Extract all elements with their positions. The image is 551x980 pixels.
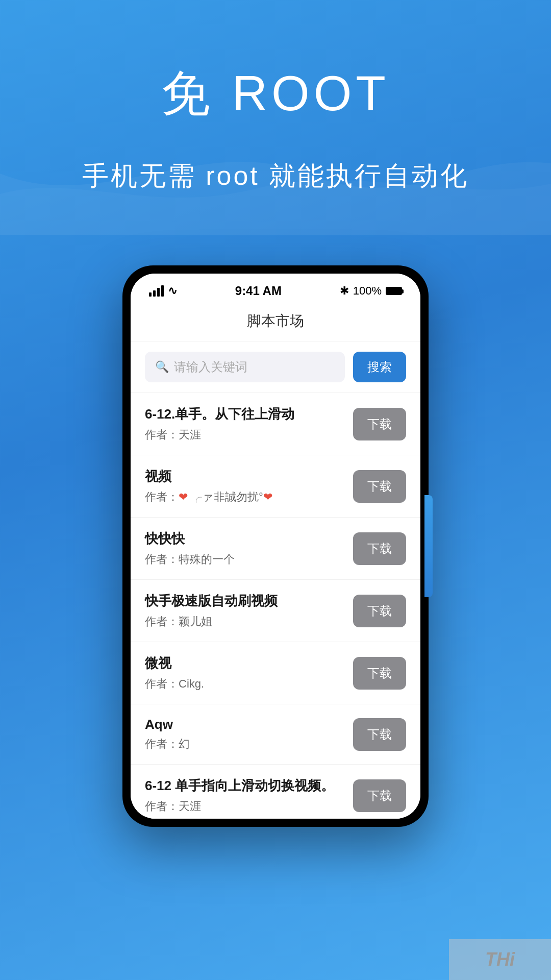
heart-icon-2: ❤ xyxy=(263,491,272,503)
script-info: 6-12.单手。从下往上滑动 作者：天涯 xyxy=(145,405,353,443)
battery-percent: 100% xyxy=(353,284,382,298)
download-button[interactable]: 下载 xyxy=(353,532,406,565)
list-item: 快手极速版自动刷视频 作者：颖儿姐 下载 xyxy=(131,580,420,642)
script-info: 6-12 单手指向上滑动切换视频。 作者：天涯 xyxy=(145,777,353,814)
script-info: 微视 作者：Cikg. xyxy=(145,654,353,692)
wifi-icon: ∿ xyxy=(168,284,177,298)
script-title: 视频 xyxy=(145,468,343,485)
script-title: 6-12 单手指向上滑动切换视频。 xyxy=(145,777,343,795)
list-item: 6-12.单手。从下往上滑动 作者：天涯 下载 xyxy=(131,393,420,455)
script-author: 作者：颖儿姐 xyxy=(145,614,343,629)
search-section[interactable]: 🔍 请输入关键词 搜索 xyxy=(131,341,420,393)
download-button[interactable]: 下载 xyxy=(353,657,406,690)
script-info: Aqw 作者：幻 xyxy=(145,717,353,752)
list-item: 视频 作者：❤ ╭ァ非誠勿扰°❤ 下载 xyxy=(131,455,420,518)
script-author: 作者：天涯 xyxy=(145,427,343,443)
search-icon: 🔍 xyxy=(155,360,169,374)
script-author: 作者：❤ ╭ァ非誠勿扰°❤ xyxy=(145,489,343,505)
status-bar: ∿ 9:41 AM ✱ 100% xyxy=(131,274,420,303)
list-item: 微视 作者：Cikg. 下载 xyxy=(131,642,420,704)
script-title: 快手极速版自动刷视频 xyxy=(145,592,343,610)
script-info: 快手极速版自动刷视频 作者：颖儿姐 xyxy=(145,592,353,629)
heart-icon: ❤ xyxy=(179,491,188,503)
phone-side-accent xyxy=(424,495,433,597)
script-title: 微视 xyxy=(145,654,343,672)
status-left: ∿ xyxy=(149,284,177,298)
search-placeholder: 请输入关键词 xyxy=(174,359,247,375)
script-author: 作者：Cikg. xyxy=(145,676,343,692)
phone-container: ∿ 9:41 AM ✱ 100% 脚本市场 🔍 请输入关 xyxy=(0,265,551,827)
app-header: 脚本市场 xyxy=(131,303,420,341)
script-author: 作者：幻 xyxy=(145,737,343,752)
script-author: 作者：天涯 xyxy=(145,799,343,814)
script-list: 6-12.单手。从下往上滑动 作者：天涯 下载 视频 作者：❤ ╭ァ非誠勿扰°❤… xyxy=(131,393,420,819)
list-item: 快快快 作者：特殊的一个 下载 xyxy=(131,518,420,580)
phone-screen: ∿ 9:41 AM ✱ 100% 脚本市场 🔍 请输入关 xyxy=(131,274,420,819)
hero-title: 免 ROOT xyxy=(0,61,551,128)
signal-icon xyxy=(149,285,164,297)
list-item: 6-12 单手指向上滑动切换视频。 作者：天涯 下载 xyxy=(131,765,420,819)
script-title: 快快快 xyxy=(145,530,343,548)
search-button[interactable]: 搜索 xyxy=(353,352,406,382)
download-button[interactable]: 下载 xyxy=(353,470,406,503)
download-button[interactable]: 下载 xyxy=(353,408,406,440)
script-title: 6-12.单手。从下往上滑动 xyxy=(145,405,343,423)
bluetooth-icon: ✱ xyxy=(340,284,349,298)
watermark: THi xyxy=(449,939,551,980)
status-time: 9:41 AM xyxy=(235,284,282,298)
phone-mockup: ∿ 9:41 AM ✱ 100% 脚本市场 🔍 请输入关 xyxy=(122,265,429,827)
status-right: ✱ 100% xyxy=(340,284,402,298)
script-title: Aqw xyxy=(145,717,343,732)
script-info: 快快快 作者：特殊的一个 xyxy=(145,530,353,567)
app-title: 脚本市场 xyxy=(247,313,304,329)
download-button[interactable]: 下载 xyxy=(353,718,406,751)
battery-icon xyxy=(386,287,402,295)
download-button[interactable]: 下载 xyxy=(353,779,406,812)
script-author: 作者：特殊的一个 xyxy=(145,552,343,567)
search-input-wrapper[interactable]: 🔍 请输入关键词 xyxy=(145,352,345,382)
hero-section: 免 ROOT 手机无需 root 就能执行自动化 xyxy=(0,0,551,225)
script-info: 视频 作者：❤ ╭ァ非誠勿扰°❤ xyxy=(145,468,353,505)
download-button[interactable]: 下载 xyxy=(353,595,406,627)
list-item: Aqw 作者：幻 下载 xyxy=(131,704,420,765)
